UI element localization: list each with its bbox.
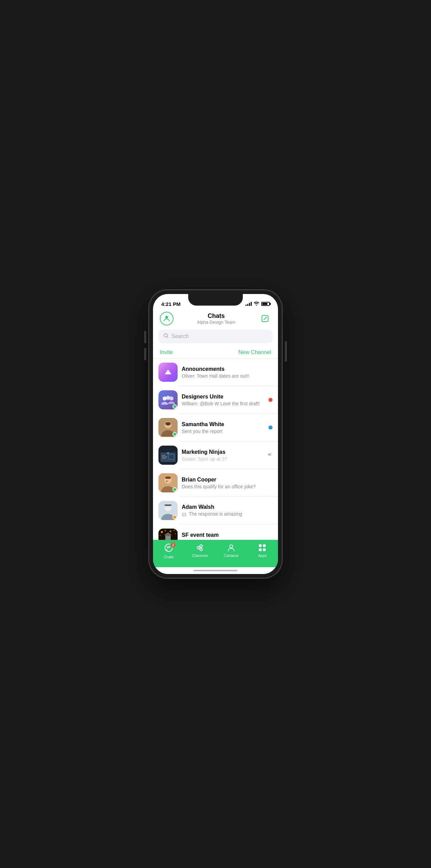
notch: [188, 294, 243, 306]
chat-preview: The response is amazing: [182, 511, 273, 517]
chat-preview: Oliver: Town Hall dates are out!!: [182, 373, 273, 379]
chat-content: Designers Unite William: @Bob W Love the…: [182, 394, 266, 406]
chat-content: Marketing Ninjas Susan: Sync up at 3?: [182, 449, 264, 462]
phone-screen: 4:21 PM: [153, 294, 278, 574]
channels-icon: [195, 543, 204, 552]
chat-content: Samantha White Sent you the report: [182, 421, 266, 434]
chat-name: Adam Walsh: [182, 504, 273, 510]
chat-content: Brian Cooper Does this qualify for an of…: [182, 477, 273, 489]
svg-point-51: [198, 547, 199, 548]
chat-preview: Allan: Sent an image designauqa.png: [182, 539, 273, 540]
svg-point-0: [165, 316, 168, 319]
svg-line-57: [200, 548, 200, 549]
online-indicator: [172, 487, 177, 492]
svg-line-56: [200, 547, 200, 547]
svg-rect-22: [166, 481, 168, 482]
svg-rect-17: [169, 454, 174, 459]
svg-point-55: [201, 549, 202, 550]
svg-point-31: [170, 531, 171, 532]
power-button[interactable]: [285, 341, 287, 362]
svg-point-53: [201, 546, 202, 547]
chat-name: Brian Cooper: [182, 477, 273, 483]
status-time: 4:21 PM: [161, 301, 181, 307]
profile-avatar[interactable]: [160, 312, 173, 325]
chat-preview: Does this qualify for an office joke?: [182, 484, 273, 489]
header: Chats Alpha Design Team: [153, 309, 278, 330]
chat-preview: Susan: Sync up at 3?: [182, 456, 264, 462]
actions-row: Invite New Channel: [153, 347, 278, 358]
chat-item[interactable]: Announcements Oliver: Town Hall dates ar…: [153, 359, 278, 386]
chat-item[interactable]: SF event team Allan: Sent an image desig…: [153, 524, 278, 540]
nav-label-channels: Channels: [192, 554, 208, 558]
volume-down-button[interactable]: [144, 348, 146, 360]
nav-label-chats: Chats: [164, 555, 173, 559]
chat-list: Announcements Oliver: Town Hall dates ar…: [153, 359, 278, 540]
home-indicator: [153, 567, 278, 574]
chat-item[interactable]: Samantha White Sent you the report: [153, 414, 278, 441]
svg-point-29: [161, 531, 163, 533]
chat-name: Designers Unite: [182, 394, 266, 400]
avatar: [158, 529, 178, 540]
status-icons: [246, 302, 270, 307]
nav-label-contacts: Contacts: [224, 554, 238, 558]
chat-name: Marketing Ninjas: [182, 449, 264, 455]
avatar-wrap: [158, 363, 178, 382]
nav-label-apps: Apps: [258, 554, 267, 558]
draft-icon: [182, 512, 186, 517]
signal-icon: [246, 302, 252, 306]
svg-point-35: [175, 533, 176, 534]
svg-point-58: [230, 545, 233, 548]
chat-preview: William: @Bob W Love the first draft!: [182, 401, 266, 406]
svg-point-5: [166, 396, 170, 400]
svg-rect-59: [259, 544, 262, 547]
svg-rect-14: [162, 455, 165, 456]
nav-item-chats[interactable]: 2 Chats: [153, 543, 184, 559]
chat-name: Samantha White: [182, 421, 266, 428]
search-icon: [163, 333, 169, 340]
page-subtitle: Alpha Design Team: [197, 320, 236, 325]
wifi-icon: [254, 302, 259, 307]
volume-up-button[interactable]: [144, 331, 146, 343]
unread-badge: [268, 425, 273, 430]
svg-point-34: [160, 535, 161, 536]
chat-name: SF event team: [182, 532, 273, 538]
bottom-nav: 2 Chats: [153, 540, 278, 567]
svg-rect-61: [259, 548, 262, 551]
chat-content: Adam Walsh The response is amazing: [182, 504, 273, 517]
nav-item-channels[interactable]: Channels: [184, 543, 216, 558]
chat-item[interactable]: Adam Walsh The response is amazing: [153, 497, 278, 524]
svg-point-10: [165, 422, 171, 425]
nav-item-apps[interactable]: Apps: [247, 543, 278, 558]
chat-name: Announcements: [182, 366, 273, 372]
svg-point-32: [173, 530, 175, 531]
compose-button[interactable]: [259, 312, 271, 325]
avatar: [158, 363, 178, 382]
apps-icon: [258, 543, 267, 552]
chat-meta: [268, 425, 273, 430]
svg-rect-21: [165, 477, 171, 479]
page-title: Chats: [197, 312, 236, 320]
header-title-block: Chats Alpha Design Team: [197, 312, 236, 325]
chat-content: Announcements Oliver: Town Hall dates ar…: [182, 366, 273, 379]
nav-item-contacts[interactable]: Contacts: [216, 543, 247, 558]
avatar-wrap: [158, 418, 178, 437]
chat-preview: Sent you the report: [182, 429, 266, 434]
search-bar[interactable]: Search: [158, 330, 273, 343]
contacts-icon: [227, 543, 236, 552]
invite-button[interactable]: Invite: [160, 349, 173, 355]
online-indicator: [172, 515, 177, 519]
new-channel-button[interactable]: New Channel: [238, 349, 271, 355]
avatar: [158, 446, 178, 465]
svg-point-4: [163, 396, 167, 401]
chat-content: SF event team Allan: Sent an image desig…: [182, 532, 273, 540]
svg-point-37: [165, 533, 171, 536]
avatar-wrap: [158, 529, 178, 540]
unread-badge: [268, 398, 273, 402]
chat-item[interactable]: Designers Unite William: @Bob W Love the…: [153, 386, 278, 414]
chat-item[interactable]: Marketing Ninjas Susan: Sync up at 3?: [153, 442, 278, 469]
phone-device: 4:21 PM: [149, 290, 282, 578]
chat-item[interactable]: Brian Cooper Does this qualify for an of…: [153, 469, 278, 496]
avatar-wrap: [158, 473, 178, 492]
svg-rect-15: [162, 457, 167, 457]
svg-rect-3: [167, 373, 169, 375]
